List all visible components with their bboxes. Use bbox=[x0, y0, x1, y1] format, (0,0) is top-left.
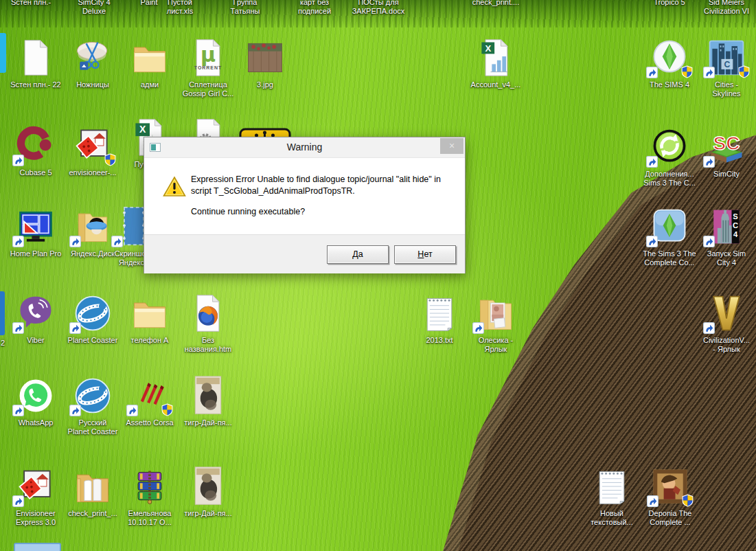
bez-nazvaniya-htm-icon bbox=[181, 291, 236, 334]
desktop-icon-russkiy-planet-coaster[interactable]: Русский Planet Coaster bbox=[65, 374, 120, 436]
desktop-icon-simcity[interactable]: SCSimCity bbox=[699, 125, 754, 179]
desktop-icon-envisioneer[interactable]: envisioneer-... bbox=[65, 124, 120, 177]
desktop-icon-zapusk-simcity4[interactable]: SC4Запуск Sim City 4 bbox=[699, 205, 754, 267]
warning-dialog: Warning × Expression Error Unable to fin… bbox=[144, 137, 466, 273]
whatsapp-icon bbox=[8, 374, 63, 416]
desktop-icon-emelyanova-rar[interactable]: Емельянова 10.10.17 О... bbox=[122, 464, 177, 527]
dialog-message: Expression Error Unable to find dialogue… bbox=[191, 174, 449, 197]
desktop-icon-admi[interactable]: адми bbox=[122, 36, 177, 89]
shortcut-arrow-icon bbox=[12, 495, 24, 507]
icon-label: Запуск Sim City 4 bbox=[699, 249, 754, 267]
russkiy-planet-coaster-icon bbox=[65, 374, 120, 416]
desktop-icon-telefon-a[interactable]: телефон A bbox=[122, 291, 177, 345]
svg-text:C: C bbox=[724, 60, 731, 69]
desktop-icon-2013-txt[interactable]: 2013.txt bbox=[412, 291, 467, 345]
desktop-icon-tigr-day-pya-2[interactable]: тигр-Дай-пя... bbox=[181, 464, 236, 518]
partial-desktop-icon-edge-icon-2[interactable] bbox=[0, 291, 5, 335]
desktop-icon-check-print-top[interactable]: check_print.... bbox=[453, 0, 538, 7]
icon-label: Дополнения... Sims 3 The C... bbox=[642, 170, 697, 188]
desktop-icon-ssten-pln-22[interactable]: Sстен плн.- 22 bbox=[8, 36, 63, 89]
dialog-title-bar[interactable]: Warning × bbox=[144, 137, 465, 157]
admi-icon bbox=[122, 36, 177, 78]
icon-label: Новый текстовый... bbox=[584, 509, 639, 527]
desktop-icon-check-print-folder[interactable]: check_print_... bbox=[65, 464, 120, 518]
envisioneer-icon bbox=[65, 124, 120, 166]
desktop-icon-envisioneer-express[interactable]: Envisioneer Express 3.0 bbox=[8, 464, 63, 527]
close-icon[interactable]: × bbox=[440, 138, 463, 154]
icon-label: Сплетница Gossip Girl C... bbox=[181, 80, 236, 98]
icon-label: Ножницы bbox=[65, 80, 120, 89]
icon-label: адми bbox=[122, 80, 177, 89]
icon-label: Planet Coaster bbox=[65, 336, 120, 345]
desktop-icon-tigr-day-pya-1[interactable]: тигр-Дай-пя... bbox=[181, 374, 236, 427]
dialog-body: Expression Error Unable to find dialogue… bbox=[144, 157, 465, 234]
desktop-icon-posty-zakrepa-docx[interactable]: ПОСты для ЗАКРЕПА.docx bbox=[336, 0, 421, 16]
desktop-icon-viber[interactable]: Viber bbox=[8, 291, 63, 345]
desktop-icon-cities-skylines[interactable]: CCities - Skylines bbox=[699, 36, 754, 98]
desktop-icon-assetto-corsa[interactable]: Assetto Corsa bbox=[122, 374, 177, 427]
svg-text:X: X bbox=[139, 124, 146, 135]
icon-label: Viber bbox=[8, 336, 63, 345]
the-sims-4-icon bbox=[642, 36, 697, 78]
shortcut-arrow-icon bbox=[647, 495, 658, 507]
desktop-icon-novyy-tekstovyy[interactable]: Новый текстовый... bbox=[584, 464, 639, 527]
shortcut-arrow-icon bbox=[126, 405, 138, 416]
svg-text:X: X bbox=[485, 43, 491, 54]
yes-button[interactable]: Да bbox=[327, 245, 389, 264]
uac-shield-icon bbox=[104, 153, 116, 166]
shortcut-arrow-icon bbox=[69, 405, 81, 416]
desktop-icon-the-sims-4[interactable]: The SIMS 4 bbox=[642, 36, 697, 89]
desktop-icon-civilization5-yarlyk[interactable]: CivilizationV... - Ярлык bbox=[699, 291, 754, 354]
svg-text:µ: µ bbox=[201, 43, 216, 67]
cubase-5-icon bbox=[8, 124, 63, 166]
shortcut-arrow-icon bbox=[646, 67, 658, 78]
desktop-icon-spletnitsa-gossip-girl[interactable]: µTORRENTСплетница Gossip Girl C... bbox=[181, 36, 236, 98]
civilization5-yarlyk-icon bbox=[699, 291, 754, 334]
desktop-icon-whatsapp[interactable]: WhatsApp bbox=[8, 374, 63, 427]
icon-label: WhatsApp bbox=[8, 418, 63, 427]
check-print-folder-icon bbox=[65, 464, 120, 507]
uac-shield-icon bbox=[161, 403, 173, 416]
no-button[interactable]: Нет bbox=[394, 245, 456, 264]
shortcut-arrow-icon bbox=[111, 236, 123, 247]
3jpg-icon bbox=[238, 36, 293, 78]
svg-text:4: 4 bbox=[733, 230, 738, 238]
icon-label: тигр-Дай-пя... bbox=[181, 418, 236, 427]
icon-label: The SIMS 4 bbox=[642, 80, 697, 89]
icon-label: SimCity bbox=[699, 170, 754, 179]
planet-coaster-icon bbox=[65, 291, 120, 334]
desktop-icon-nozhnitsy[interactable]: Ножницы bbox=[65, 36, 120, 89]
icon-label: 2013.txt bbox=[412, 336, 467, 345]
icon-label: Sстен плн.- 22 bbox=[8, 80, 63, 89]
ssten-pln-22-icon bbox=[8, 36, 63, 78]
desktop-icon-home-plan-pro[interactable]: Home Plan Pro bbox=[8, 205, 63, 258]
desktop-icon-bez-nazvaniya-htm[interactable]: Без названия.htm bbox=[181, 291, 236, 354]
desktop-icon-olesika-yarlyk[interactable]: Олесика - Ярлык bbox=[468, 291, 523, 354]
shortcut-arrow-icon bbox=[703, 67, 715, 78]
icon-label: Без названия.htm bbox=[181, 336, 236, 354]
icon-label: телефон A bbox=[122, 336, 177, 345]
icon-label: тигр-Дай-пя... bbox=[181, 509, 236, 518]
deponia-complete-icon bbox=[643, 464, 698, 507]
desktop-icon-civilization6[interactable]: Sid Meiers Civilization VI bbox=[684, 0, 756, 16]
desktop-icon-deponia-complete[interactable]: Deponia The Complete ... bbox=[643, 464, 698, 527]
desktop-icon-3jpg[interactable]: 3.jpg bbox=[238, 36, 293, 89]
desktop-icon-dopolneniya-sims3[interactable]: Дополнения... Sims 3 The C... bbox=[642, 125, 697, 188]
icon-label: Account_v4_... bbox=[468, 80, 523, 89]
desktop-icon-planet-coaster[interactable]: Planet Coaster bbox=[65, 291, 120, 345]
svg-text:TORRENT: TORRENT bbox=[194, 65, 222, 70]
nozhnitsy-icon bbox=[65, 36, 120, 78]
desktop-icon-account-v4[interactable]: XAccount_v4_... bbox=[468, 36, 523, 89]
tigr-day-pya-2-icon bbox=[181, 464, 236, 507]
icon-label: Олесика - Ярлык bbox=[468, 336, 523, 354]
partial-window-edge[interactable] bbox=[14, 543, 61, 551]
partial-desktop-icon-edge-icon-top[interactable] bbox=[0, 33, 6, 73]
shortcut-arrow-icon bbox=[12, 322, 24, 334]
desktop-icon-cubase-5[interactable]: Cubase 5 bbox=[8, 124, 63, 177]
icon-label: Cubase 5 bbox=[8, 168, 63, 177]
envisioneer-express-icon bbox=[8, 464, 63, 507]
desktop-icon-the-sims-3-complete[interactable]: The Sims 3 The Complete Co... bbox=[642, 205, 697, 267]
zapusk-simcity4-icon: SC4 bbox=[699, 205, 754, 247]
assetto-corsa-icon bbox=[122, 374, 177, 416]
shortcut-arrow-icon bbox=[703, 236, 715, 247]
